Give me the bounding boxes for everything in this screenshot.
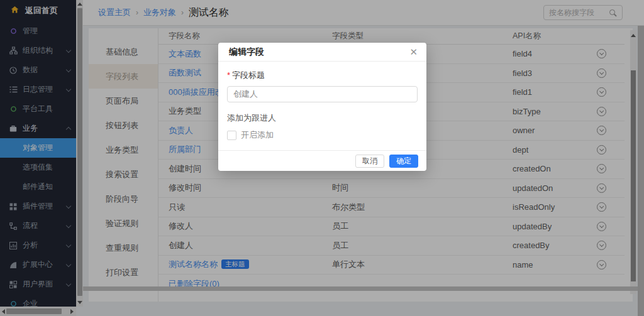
field-title-input[interactable] (227, 86, 418, 102)
close-icon[interactable]: ✕ (409, 47, 418, 57)
edit-field-modal: 编辑字段 ✕ *字段标题 添加为跟进人 开启添加 取消 确定 (218, 43, 426, 171)
app-window: 返回首页 管理组织结构数据日志管理平台工具业务对象管理选项值集邮件通知插件管理流… (0, 0, 644, 316)
follow-section-label: 添加为跟进人 (227, 112, 418, 124)
modal-footer: 取消 确定 (218, 150, 426, 171)
enable-follow-checkbox[interactable] (227, 131, 236, 140)
field-title-label: *字段标题 (227, 70, 418, 81)
cancel-button[interactable]: 取消 (355, 155, 384, 168)
required-asterisk: * (227, 70, 230, 80)
modal-body: *字段标题 添加为跟进人 开启添加 (218, 62, 426, 141)
modal-title: 编辑字段 (229, 46, 264, 58)
enable-follow-label: 开启添加 (241, 129, 274, 141)
modal-header: 编辑字段 ✕ (218, 43, 426, 62)
confirm-button[interactable]: 确定 (389, 155, 418, 168)
